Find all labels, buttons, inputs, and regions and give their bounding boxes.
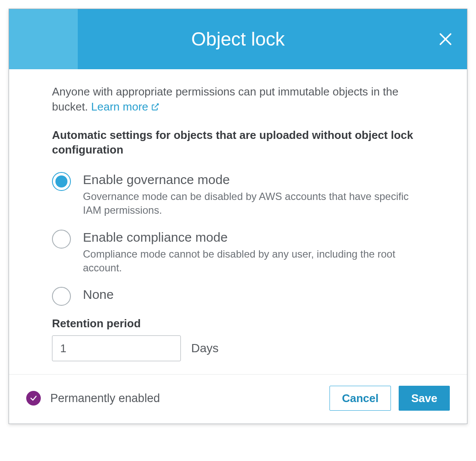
close-button[interactable] (436, 30, 455, 49)
learn-more-link[interactable]: Learn more (91, 99, 159, 114)
radio-governance[interactable] (52, 172, 71, 191)
retention-input[interactable] (52, 335, 181, 361)
status-check-badge (26, 391, 41, 406)
section-heading: Automatic settings for objects that are … (52, 128, 424, 157)
external-link-icon (151, 103, 159, 111)
radio-option-none: None (52, 286, 424, 306)
retention-label: Retention period (52, 317, 424, 330)
dialog-description: Anyone with appropriate permissions can … (52, 84, 424, 114)
dialog-body: Anyone with appropriate permissions can … (9, 69, 467, 374)
check-icon (30, 394, 37, 402)
radio-label-governance[interactable]: Enable governance mode (83, 171, 424, 188)
footer-actions: Cancel Save (330, 386, 450, 411)
retention-unit: Days (191, 341, 219, 355)
radio-content: Enable compliance mode Compliance mode c… (83, 229, 424, 275)
radio-desc-compliance: Compliance mode cannot be disabled by an… (83, 247, 424, 275)
radio-content: Enable governance mode Governance mode c… (83, 171, 424, 218)
dialog-header: Object lock (9, 9, 467, 69)
radio-content: None (83, 286, 424, 303)
header-accent (9, 9, 78, 69)
cancel-button[interactable]: Cancel (330, 386, 391, 411)
dialog-title: Object lock (191, 28, 285, 50)
radio-label-compliance[interactable]: Enable compliance mode (83, 229, 424, 246)
radio-option-governance: Enable governance mode Governance mode c… (52, 171, 424, 218)
mode-radio-group: Enable governance mode Governance mode c… (52, 171, 424, 306)
footer-status-text: Permanently enabled (50, 392, 160, 405)
save-button[interactable]: Save (399, 386, 450, 411)
radio-option-compliance: Enable compliance mode Compliance mode c… (52, 229, 424, 275)
footer-status-group: Permanently enabled (26, 391, 160, 406)
radio-label-none[interactable]: None (83, 286, 424, 303)
learn-more-text: Learn more (91, 99, 148, 114)
radio-compliance[interactable] (52, 230, 71, 249)
object-lock-dialog: Object lock Anyone with appropriate perm… (9, 9, 467, 424)
retention-row: Days (52, 335, 424, 361)
dialog-footer: Permanently enabled Cancel Save (9, 374, 467, 424)
radio-none[interactable] (52, 287, 71, 306)
radio-desc-governance: Governance mode can be disabled by AWS a… (83, 190, 424, 218)
close-icon (438, 31, 453, 47)
